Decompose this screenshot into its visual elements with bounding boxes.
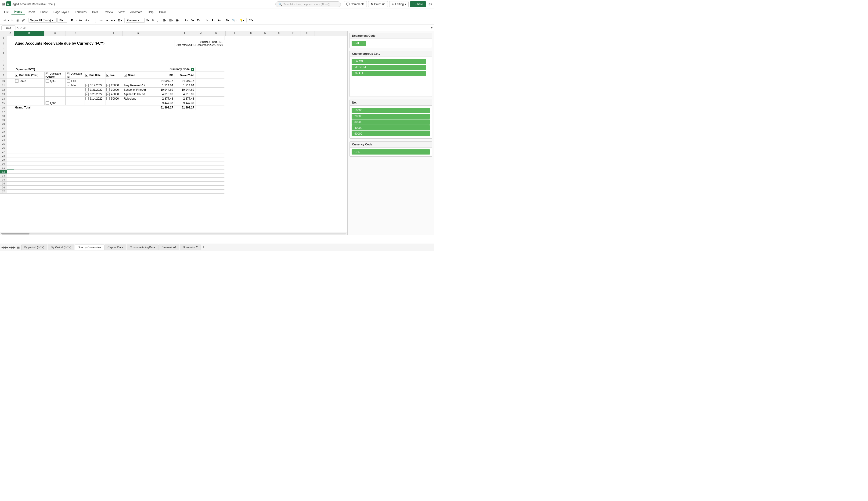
cell-h12-usd[interactable]: 19,944.69 — [153, 88, 174, 92]
expand-date-11[interactable]: − — [85, 84, 89, 87]
tab-by-period-lcy[interactable]: By period (LCY) — [21, 245, 47, 250]
cell-e15[interactable] — [84, 101, 105, 105]
accounting-button[interactable]: $▾ — [145, 18, 150, 22]
expand-qtr2-icon[interactable]: + — [46, 102, 49, 105]
format-painter[interactable]: 🖌 — [21, 18, 26, 23]
tab-dimension2[interactable]: Dimension2 — [180, 245, 201, 250]
cell-d15[interactable] — [65, 101, 84, 105]
find-select-button[interactable]: 🔍▾ — [231, 18, 238, 22]
cell-a13[interactable] — [7, 92, 14, 97]
col-header-l[interactable]: L — [226, 31, 244, 36]
cell-g10[interactable] — [123, 79, 153, 83]
cell-i10-gt[interactable]: 24,097.17 — [174, 79, 195, 83]
expand-no-11[interactable]: − — [106, 84, 110, 87]
cell-i15-gt[interactable]: 9,447.37 — [174, 101, 195, 105]
add-sheet-button[interactable]: + — [202, 245, 205, 250]
cell-b32-active[interactable] — [7, 170, 14, 174]
cell-a11[interactable] — [7, 83, 14, 88]
expand-no-12[interactable]: − — [106, 88, 110, 92]
sheet-nav-prev-icon[interactable]: ◀ — [6, 246, 8, 249]
filter-chip-sales[interactable]: SALES — [352, 41, 366, 46]
share-button[interactable]: ↑ Share — [410, 1, 426, 7]
cell-a10[interactable] — [7, 79, 14, 83]
cell-g15[interactable] — [123, 101, 153, 105]
currency-code-filter-icon[interactable]: ▼ — [191, 68, 194, 71]
cell-styles-button[interactable]: ▣▾ — [175, 18, 181, 22]
tab-automate[interactable]: Automate — [127, 9, 145, 15]
cell-c11[interactable] — [44, 83, 65, 88]
comments-button[interactable]: 💬 Comments — [344, 1, 367, 7]
cell-g12-name[interactable]: School of Fine Art — [123, 88, 153, 92]
tab-dimension1[interactable]: Dimension1 — [159, 245, 179, 250]
filter-chip-usd[interactable]: USD — [352, 149, 430, 154]
col-header-n[interactable]: N — [258, 31, 272, 36]
font-size-selector[interactable]: 10 ▾ — [57, 18, 67, 23]
expand-date-13[interactable]: − — [85, 93, 89, 96]
expand-feb-icon[interactable]: − — [67, 79, 70, 83]
cell-i11-gt[interactable]: 1,214.64 — [174, 83, 195, 88]
catchup-button[interactable]: ↻ Catch up — [368, 1, 388, 7]
cell-c12[interactable] — [44, 88, 65, 92]
cell-e14-date[interactable]: − 3/14/2022 — [84, 97, 105, 101]
filter-chip-10000[interactable]: 10000 — [352, 108, 430, 113]
hscrollbar[interactable] — [1, 233, 346, 234]
tab-file[interactable]: File — [1, 9, 11, 15]
cell-b13[interactable] — [14, 92, 44, 97]
cell-b15[interactable] — [14, 101, 44, 105]
tab-caption-data[interactable]: CaptionData — [105, 245, 126, 250]
cell-g14-name[interactable]: Relecloud — [123, 97, 153, 101]
cell-c13[interactable] — [44, 92, 65, 97]
filter-chip-40000[interactable]: 40000 — [352, 125, 430, 130]
col-header-a[interactable]: A — [7, 31, 14, 36]
filter-chip-30000[interactable]: 30000 — [352, 119, 430, 125]
search-box[interactable]: 🔍 Search for tools, help, and more (Alt … — [275, 1, 341, 7]
col-header-q[interactable]: Q — [300, 31, 314, 36]
col-header-no[interactable]: ▼ No. — [105, 72, 123, 79]
cell-a8[interactable] — [7, 67, 14, 72]
format-table-button[interactable]: ▤▾ — [168, 18, 174, 22]
expand-date-14[interactable]: − — [85, 97, 89, 100]
cell-i13-gt[interactable]: 4,316.92 — [174, 92, 195, 97]
filter-chip-large[interactable]: LARGE — [352, 59, 426, 64]
cell-d14[interactable] — [65, 97, 84, 101]
tab-insert[interactable]: Insert — [25, 9, 37, 15]
due-date-filter-icon[interactable]: ▼ — [85, 74, 88, 77]
redo-button[interactable]: ↪ — [10, 18, 15, 23]
due-date-month-filter-icon[interactable]: ▼ — [67, 73, 69, 75]
cell-b11[interactable] — [14, 83, 44, 88]
editing-button[interactable]: ✏ Editing ▾ — [389, 1, 409, 7]
sheet-nav[interactable]: ◀◀ ◀ ▶ ▶▶ — [1, 246, 15, 249]
col-header-due-date-month[interactable]: ▼ Due Date (M — [65, 72, 84, 79]
wrap-button[interactable]: ↵▾ — [110, 18, 116, 23]
cell-d11-month[interactable]: − Mar — [65, 83, 84, 88]
col-header-d[interactable]: D — [65, 31, 84, 36]
app-grid-icon[interactable]: ⊞ — [2, 2, 5, 6]
cell-a16[interactable] — [7, 105, 14, 110]
col-header-o[interactable]: O — [272, 31, 286, 36]
cell-f13-no[interactable]: − 40000 — [105, 92, 123, 97]
cell-d12[interactable] — [65, 88, 84, 92]
merge-button[interactable]: ⊡▾ — [117, 18, 124, 23]
col-header-f[interactable]: F — [105, 31, 123, 36]
cell-f14-no[interactable]: − 50000 — [105, 97, 123, 101]
cell-i14-gt[interactable]: 2,877.48 — [174, 97, 195, 101]
bold-dropdown[interactable]: ▾ — [75, 18, 77, 22]
tab-view[interactable]: View — [116, 9, 127, 15]
filter-chip-small[interactable]: SMALL — [352, 71, 426, 76]
col-header-e[interactable]: E — [84, 31, 105, 36]
tab-help[interactable]: Help — [145, 9, 157, 15]
sheet-nav-next-icon[interactable]: ▶ — [9, 246, 11, 249]
cell-a2[interactable] — [7, 40, 14, 47]
print-button[interactable]: 🖨 — [15, 18, 20, 23]
percent-button[interactable]: % — [151, 18, 156, 22]
cell-h15-usd[interactable]: 9,447.37 — [153, 101, 174, 105]
cell-b12[interactable] — [14, 88, 44, 92]
tab-page-layout[interactable]: Page Layout — [51, 9, 72, 15]
cell-reference[interactable] — [1, 25, 15, 30]
align-button[interactable]: ≡▾ — [98, 18, 104, 23]
expand-2022-icon[interactable]: − — [15, 79, 19, 83]
col-header-g[interactable]: G — [123, 31, 153, 36]
formula-fx-icon[interactable]: fx — [23, 26, 25, 30]
cell-b10-year[interactable]: − 2022 — [14, 79, 44, 83]
no-filter-icon[interactable]: ▼ — [106, 74, 109, 77]
